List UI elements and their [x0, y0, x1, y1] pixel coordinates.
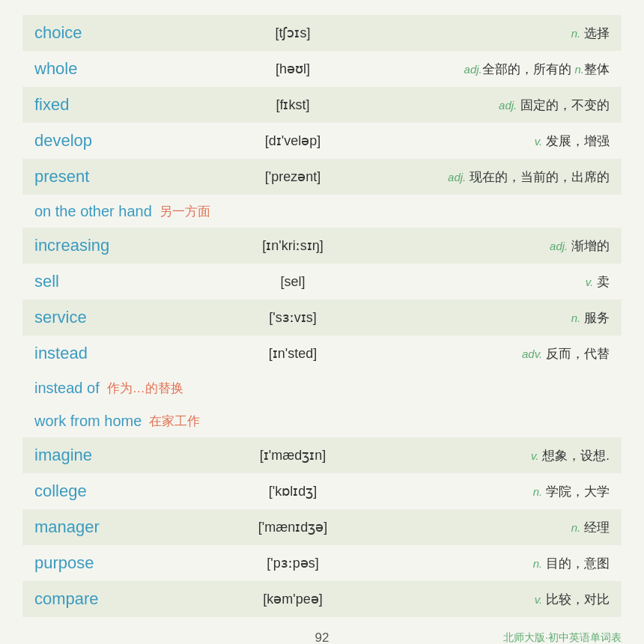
phrase-row: work from home 在家工作: [22, 404, 622, 437]
phonetic: [həʊl]: [207, 61, 379, 77]
phonetic: ['kɒlɪdʒ]: [207, 483, 379, 499]
vocab-row: increasing [ɪn'kriːsɪŋ] adj. 渐增的: [22, 228, 622, 264]
definition: v. 比较，对比: [379, 591, 610, 608]
definition: n. 经理: [379, 519, 610, 536]
vocab-row: compare [kəm'peə] v. 比较，对比: [22, 581, 622, 617]
word: present: [34, 167, 207, 186]
phrase-chinese: 作为…的替换: [107, 380, 183, 397]
phonetic: ['prezənt]: [207, 168, 379, 185]
definition: adj. 现在的，当前的，出席的: [379, 168, 610, 186]
vocab-row: instead [ɪn'sted] adv. 反而，代替: [22, 335, 622, 371]
phrase: instead of: [34, 380, 100, 397]
word: purpose: [34, 553, 207, 573]
vocab-row: fixed [fɪkst] adj. 固定的，不变的: [22, 87, 622, 123]
definition: n. 目的，意图: [379, 555, 610, 572]
definition: adj. 渐增的: [379, 237, 610, 255]
phonetic: [tʃɔɪs]: [207, 25, 379, 41]
phonetic: [ɪ'mædʒɪn]: [207, 447, 379, 464]
vocab-row: service ['sɜːvɪs] n. 服务: [22, 300, 622, 335]
definition: adv. 反而，代替: [379, 345, 610, 362]
definition: n. 学院，大学: [379, 483, 610, 500]
vocab-row: sell [sel] v. 卖: [22, 264, 622, 300]
word: imagine: [34, 446, 207, 465]
phonetic: [kəm'peə]: [207, 591, 379, 607]
word: develop: [34, 131, 207, 151]
vocab-row: purpose ['pɜːpəs] n. 目的，意图: [22, 545, 622, 581]
phonetic: [fɪkst]: [207, 97, 379, 113]
phrase-chinese: 在家工作: [149, 413, 200, 430]
phonetic: ['sɜːvɪs]: [207, 309, 379, 326]
definition: adj. 固定的，不变的: [379, 97, 610, 114]
definition: v. 卖: [379, 273, 610, 291]
word: choice: [34, 23, 207, 43]
vocab-row: manager ['mænɪdʒə] n. 经理: [22, 509, 622, 545]
word: increasing: [34, 236, 207, 255]
word: service: [34, 308, 207, 327]
definition: adj.全部的，所有的 n.整体: [379, 61, 610, 78]
definition: v. 想象，设想.: [379, 447, 610, 464]
footer: 92 北师大版·初中英语单词表: [22, 631, 622, 644]
word: fixed: [34, 95, 207, 115]
definition: v. 发展，增强: [379, 133, 610, 150]
phonetic: ['pɜːpəs]: [207, 555, 379, 571]
phonetic: [dɪ'veləp]: [207, 133, 379, 149]
definition: n. 服务: [379, 309, 610, 326]
phrase-row: on the other hand 另一方面: [22, 195, 622, 228]
phonetic: [sel]: [207, 274, 379, 290]
phrase-chinese: 另一方面: [160, 203, 210, 220]
vocab-row: develop [dɪ'veləp] v. 发展，增强: [22, 123, 622, 159]
phonetic: [ɪn'sted]: [207, 345, 379, 362]
phrase: work from home: [34, 413, 142, 430]
word: sell: [34, 272, 207, 291]
phrase: on the other hand: [34, 203, 152, 220]
vocab-row: imagine [ɪ'mædʒɪn] v. 想象，设想.: [22, 437, 622, 473]
word: instead: [34, 344, 207, 363]
vocab-row: choice [tʃɔɪs] n. 选择: [22, 15, 622, 51]
brand-text: 北师大版·初中英语单词表: [503, 631, 622, 644]
phrase-row: instead of 作为…的替换: [22, 371, 622, 404]
word: whole: [34, 59, 207, 79]
vocab-row: whole [həʊl] adj.全部的，所有的 n.整体: [22, 51, 622, 87]
phonetic: ['mænɪdʒə]: [207, 519, 379, 535]
definition: n. 选择: [379, 25, 610, 42]
vocab-row: present ['prezənt] adj. 现在的，当前的，出席的: [22, 159, 622, 195]
vocab-row: college ['kɒlɪdʒ] n. 学院，大学: [22, 473, 622, 509]
word: college: [34, 482, 207, 501]
phonetic: [ɪn'kriːsɪŋ]: [207, 237, 379, 254]
word: compare: [34, 589, 207, 609]
word: manager: [34, 517, 207, 537]
